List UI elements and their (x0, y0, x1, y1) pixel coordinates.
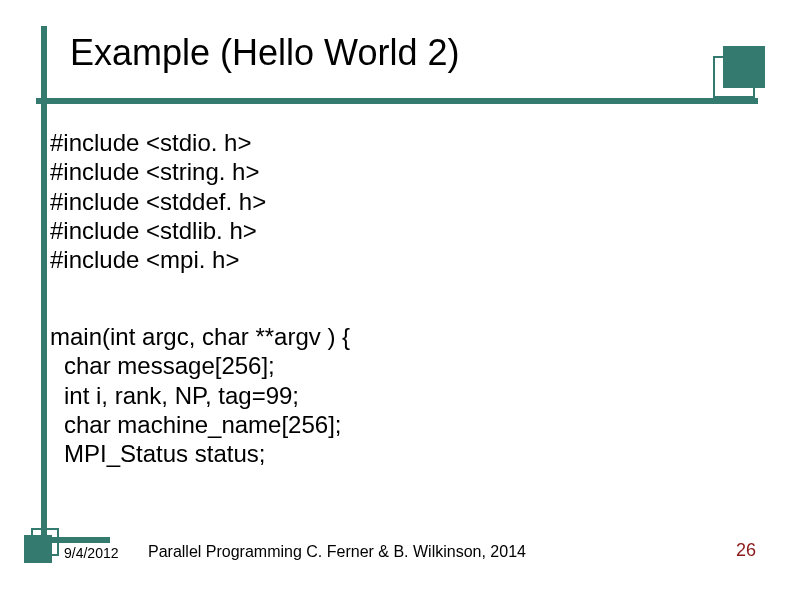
code-line: char message[256]; (64, 351, 350, 380)
code-main: main(int argc, char **argv ) { char mess… (50, 322, 350, 468)
code-line: #include <stdlib. h> (50, 216, 266, 245)
code-includes: #include <stdio. h> #include <string. h>… (50, 128, 266, 274)
footer-text: Parallel Programming C. Ferner & B. Wilk… (148, 543, 526, 561)
code-line: #include <stdio. h> (50, 128, 266, 157)
slide: Example (Hello World 2) #include <stdio.… (0, 0, 794, 595)
code-line: MPI_Status status; (64, 439, 350, 468)
slide-title: Example (Hello World 2) (70, 32, 459, 74)
title-underline (36, 98, 758, 104)
code-line: main(int argc, char **argv ) { (50, 322, 350, 351)
footer-date: 9/4/2012 (64, 545, 119, 561)
code-line: #include <stddef. h> (50, 187, 266, 216)
slide-number: 26 (736, 540, 756, 561)
code-line: #include <mpi. h> (50, 245, 266, 274)
code-line: #include <string. h> (50, 157, 266, 186)
code-line: char machine_name[256]; (64, 410, 350, 439)
code-line: int i, rank, NP, tag=99; (64, 381, 350, 410)
footer-decorative-square (24, 535, 52, 563)
title-decorative-square (723, 46, 765, 88)
